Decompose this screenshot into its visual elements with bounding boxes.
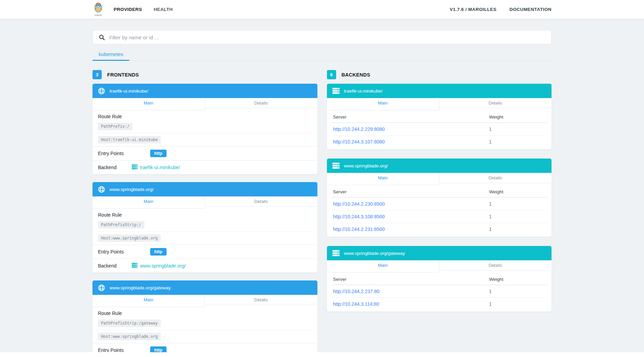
top-navbar: træfik PROVIDERS HEALTH V1.7.6 / MAROILL…	[0, 0, 644, 19]
frontends-count-badge: 3	[92, 70, 102, 79]
tab-details[interactable]: Details	[205, 98, 317, 108]
server-row: http://10.244.2.237:80 1	[332, 285, 547, 298]
backend-link[interactable]: traefik-ui.minikube/	[132, 164, 180, 170]
tab-main[interactable]: Main	[327, 260, 439, 273]
weight-column-header: Weight	[489, 277, 545, 282]
servers-table: Server Weight http://10.244.2.237:80 1 h…	[327, 273, 552, 312]
server-weight: 1	[489, 301, 545, 307]
frontend-card-title: www.springblade.org/	[110, 187, 154, 192]
tab-main[interactable]: Main	[327, 98, 439, 110]
backend-card-header: traefik-ui.minikube/	[327, 84, 552, 98]
tab-details[interactable]: Details	[205, 295, 317, 305]
server-weight: 1	[489, 126, 545, 132]
tab-details[interactable]: Details	[439, 98, 552, 108]
tab-details[interactable]: Details	[205, 196, 317, 207]
nav-documentation[interactable]: DOCUMENTATION	[510, 7, 552, 12]
server-link[interactable]: http://10.244.2.229:8080	[333, 126, 385, 132]
server-column-header: Server	[333, 114, 489, 120]
traefik-gopher-icon	[92, 2, 104, 14]
entry-points-label: Entry Points	[98, 151, 150, 156]
route-rule-badge: Host:www.springblade.org	[98, 333, 161, 340]
card-tabs: Main Details	[327, 260, 552, 273]
tab-details[interactable]: Details	[439, 173, 552, 183]
server-row: http://10.244.3.114:80 1	[332, 298, 547, 310]
globe-icon	[98, 87, 105, 95]
server-link[interactable]: http://10.244.2.231:8500	[333, 226, 385, 232]
servers-table: Server Weight http://10.244.2.229:8080 1…	[327, 110, 552, 149]
frontends-column: 3 FRONTENDS traefik-ui.minikube/ Main De…	[92, 70, 317, 352]
tab-kubernetes[interactable]: kubernetes	[92, 50, 129, 61]
backend-card-title: www.springblade.org/gateway	[344, 251, 405, 256]
tab-details[interactable]: Details	[439, 260, 552, 271]
provider-tabs: kubernetes	[92, 50, 552, 61]
server-link[interactable]: http://10.244.3.107:8080	[333, 139, 385, 145]
frontend-card: traefik-ui.minikube/ Main Details Route …	[92, 84, 317, 174]
frontends-title: FRONTENDS	[107, 72, 139, 78]
server-row: http://10.244.2.231:8500 1	[332, 223, 547, 235]
tab-main[interactable]: Main	[327, 173, 439, 185]
route-rule-label: Route Rule	[92, 110, 317, 120]
backend-link-text: traefik-ui.minikube/	[140, 165, 180, 170]
server-link[interactable]: http://10.244.3.108:8500	[333, 214, 385, 219]
server-weight: 1	[489, 289, 545, 294]
globe-icon	[98, 186, 105, 193]
card-tabs: Main Details	[327, 98, 552, 110]
entrypoint-badge: http	[150, 150, 167, 157]
backend-card-header: www.springblade.org/	[327, 159, 552, 173]
server-row: http://10.244.2.230:8500 1	[332, 197, 547, 210]
servers-icon	[332, 250, 340, 256]
frontend-card: www.springblade.org/ Main Details Route …	[92, 182, 317, 273]
server-weight: 1	[489, 201, 545, 207]
server-column-header: Server	[333, 277, 489, 282]
servers-icon	[132, 164, 138, 170]
tab-main[interactable]: Main	[92, 98, 205, 110]
route-rule-badge: PathPrefixStrip:/gateway	[98, 319, 161, 327]
route-rule-badge: PathPrefix:/	[98, 123, 132, 130]
frontend-card-header: www.springblade.org/	[92, 182, 317, 196]
frontend-card-header: www.springblade.org/gateway	[92, 280, 317, 295]
brand-text: træfik	[95, 14, 102, 17]
nav-health[interactable]: HEALTH	[154, 7, 173, 12]
entry-points-label: Entry Points	[98, 249, 150, 255]
backend-link[interactable]: www.springblade.org/	[132, 263, 186, 269]
page-body: kubernetes 3 FRONTENDS traefik-ui.miniku…	[0, 19, 644, 352]
servers-icon	[332, 163, 340, 169]
server-link[interactable]: http://10.244.3.114:80	[333, 301, 379, 307]
weight-column-header: Weight	[489, 114, 545, 120]
backends-title: BACKENDS	[342, 72, 371, 78]
card-tabs: Main Details	[327, 173, 552, 185]
servers-table: Server Weight http://10.244.2.230:8500 1…	[327, 185, 552, 237]
tab-main[interactable]: Main	[92, 196, 205, 209]
frontend-card-header: traefik-ui.minikube/	[92, 84, 317, 98]
backends-column: 6 BACKENDS traefik-ui.minikube/ Main Det…	[327, 70, 552, 352]
search-icon	[99, 35, 105, 40]
route-rule-badge: Host:www.springblade.org	[98, 234, 161, 242]
frontend-card-title: www.springblade.org/gateway	[110, 285, 171, 290]
backend-card-title: traefik-ui.minikube/	[344, 88, 383, 94]
card-tabs: Main Details	[92, 295, 317, 307]
card-tabs: Main Details	[92, 98, 317, 110]
entrypoint-badge: http	[150, 248, 167, 256]
tab-main[interactable]: Main	[92, 295, 205, 307]
frontend-card-title: traefik-ui.minikube/	[110, 88, 148, 94]
servers-icon	[332, 88, 340, 94]
nav-providers[interactable]: PROVIDERS	[114, 7, 142, 12]
server-weight: 1	[489, 226, 545, 232]
backend-card-header: www.springblade.org/gateway	[327, 246, 552, 260]
globe-icon	[98, 284, 105, 291]
route-rule-badge: PathPrefixStrip:/	[98, 221, 144, 229]
server-weight: 1	[489, 214, 545, 219]
filter-input[interactable]	[109, 35, 551, 40]
backend-card: www.springblade.org/ Main Details Server…	[327, 159, 552, 237]
card-tabs: Main Details	[92, 196, 317, 209]
server-link[interactable]: http://10.244.2.237:80	[333, 289, 380, 294]
server-row: http://10.244.2.229:8080 1	[332, 123, 547, 135]
server-row: http://10.244.3.108:8500 1	[332, 210, 547, 223]
server-column-header: Server	[333, 189, 489, 194]
nav-version[interactable]: V1.7.6 / MAROILLES	[450, 7, 497, 12]
traefik-logo[interactable]: træfik	[92, 2, 104, 17]
entrypoint-badge: http	[150, 346, 167, 352]
server-link[interactable]: http://10.244.2.230:8500	[333, 201, 385, 207]
backends-count-badge: 6	[327, 70, 336, 79]
servers-icon	[132, 263, 138, 269]
